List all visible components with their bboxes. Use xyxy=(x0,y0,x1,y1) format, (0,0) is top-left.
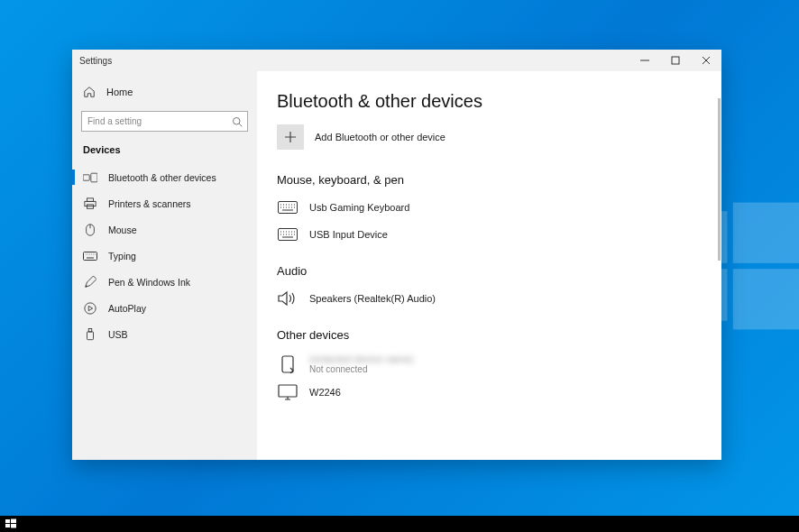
svg-rect-6 xyxy=(83,174,89,179)
svg-rect-8 xyxy=(87,197,94,201)
svg-rect-16 xyxy=(87,331,94,339)
sidebar-item-usb[interactable]: USB xyxy=(72,321,257,347)
sidebar-item-bluetooth-devices[interactable]: Bluetooth & other devices xyxy=(72,164,257,190)
close-button[interactable] xyxy=(691,50,721,71)
sidebar-item-label: Bluetooth & other devices xyxy=(108,172,216,183)
svg-point-13 xyxy=(86,285,87,287)
desktop: Settings Home Devices xyxy=(0,0,799,532)
window-body: Home Devices Bluetooth & other devices xyxy=(72,71,721,460)
monitor-icon xyxy=(277,384,298,400)
search-wrap xyxy=(81,111,248,132)
phone-icon xyxy=(277,355,298,373)
svg-rect-12 xyxy=(84,252,97,260)
close-icon xyxy=(702,56,711,65)
taskbar[interactable] xyxy=(0,516,799,532)
device-name: Usb Gaming Keyboard xyxy=(309,202,409,213)
settings-window: Settings Home Devices xyxy=(72,50,721,460)
home-icon xyxy=(83,86,96,98)
svg-rect-23 xyxy=(5,524,10,527)
device-row[interactable]: W2246 xyxy=(277,379,696,406)
add-device-row[interactable]: Add Bluetooth or other device xyxy=(277,124,696,150)
device-name: USB Input Device xyxy=(309,229,388,240)
sidebar-item-pen[interactable]: Pen & Windows Ink xyxy=(72,269,257,295)
mouse-icon xyxy=(83,224,97,236)
search-icon xyxy=(232,116,243,127)
add-device-label: Add Bluetooth or other device xyxy=(315,132,445,142)
printer-icon xyxy=(83,197,97,210)
pen-icon xyxy=(83,276,97,289)
device-name: (redacted device name) xyxy=(309,353,414,364)
scrollbar-thumb[interactable] xyxy=(718,98,721,261)
section-title-audio: Audio xyxy=(277,264,696,278)
titlebar-title: Settings xyxy=(72,56,629,66)
svg-rect-20 xyxy=(279,385,297,397)
svg-rect-3 xyxy=(733,269,799,329)
svg-point-14 xyxy=(85,302,96,313)
autoplay-icon xyxy=(83,302,97,315)
sidebar-category-label: Devices xyxy=(72,141,257,164)
sidebar-home-link[interactable]: Home xyxy=(72,80,257,104)
svg-rect-22 xyxy=(11,519,16,524)
device-row[interactable]: Usb Gaming Keyboard xyxy=(277,194,696,221)
svg-rect-21 xyxy=(5,519,10,523)
device-row[interactable]: USB Input Device xyxy=(277,221,696,248)
sidebar-item-label: Mouse xyxy=(108,225,137,235)
svg-rect-7 xyxy=(91,173,97,182)
sidebar-home-label: Home xyxy=(106,87,133,97)
maximize-icon xyxy=(671,56,680,65)
svg-rect-1 xyxy=(733,203,799,263)
start-button[interactable] xyxy=(5,518,16,529)
maximize-button[interactable] xyxy=(660,50,691,71)
sidebar-item-label: USB xyxy=(108,329,128,340)
section-title-other: Other devices xyxy=(277,328,696,342)
svg-rect-19 xyxy=(282,356,293,372)
svg-rect-9 xyxy=(85,201,96,206)
svg-point-5 xyxy=(234,117,241,124)
device-row[interactable]: Speakers (Realtek(R) Audio) xyxy=(277,285,696,312)
sidebar-item-typing[interactable]: Typing xyxy=(72,243,257,269)
windows-logo-icon xyxy=(5,518,16,529)
page-title: Bluetooth & other devices xyxy=(277,91,696,112)
device-name: Speakers (Realtek(R) Audio) xyxy=(309,293,436,304)
sidebar-item-printers[interactable]: Printers & scanners xyxy=(72,190,257,216)
add-device-button[interactable] xyxy=(277,124,304,150)
minimize-button[interactable] xyxy=(629,50,660,71)
sidebar-nav: Bluetooth & other devices Printers & sca… xyxy=(72,164,257,347)
section-title-mkp: Mouse, keyboard, & pen xyxy=(277,173,696,187)
speaker-icon xyxy=(277,290,298,307)
sidebar-item-label: Typing xyxy=(108,251,136,261)
sidebar-item-label: AutoPlay xyxy=(108,303,146,314)
plus-icon xyxy=(284,131,297,143)
svg-rect-24 xyxy=(11,524,16,528)
device-name: W2246 xyxy=(309,387,341,398)
device-status: Not connected xyxy=(309,364,414,374)
sidebar-item-label: Pen & Windows Ink xyxy=(108,277,190,288)
keyboard-device-icon xyxy=(277,228,298,241)
minimize-icon xyxy=(640,56,649,65)
keyboard-icon xyxy=(83,252,97,261)
usb-icon xyxy=(83,328,97,341)
svg-rect-15 xyxy=(88,328,92,332)
sidebar-item-autoplay[interactable]: AutoPlay xyxy=(72,295,257,321)
sidebar: Home Devices Bluetooth & other devices xyxy=(72,71,257,460)
content-pane: Bluetooth & other devices Add Bluetooth … xyxy=(257,71,721,460)
svg-rect-4 xyxy=(672,57,679,64)
device-row[interactable]: (redacted device name) Not connected xyxy=(277,349,696,379)
search-input[interactable] xyxy=(81,111,248,132)
sidebar-item-mouse[interactable]: Mouse xyxy=(72,216,257,243)
keyboard-device-icon xyxy=(277,201,298,214)
titlebar: Settings xyxy=(72,50,721,71)
bluetooth-devices-icon xyxy=(83,171,97,184)
sidebar-item-label: Printers & scanners xyxy=(108,198,191,209)
